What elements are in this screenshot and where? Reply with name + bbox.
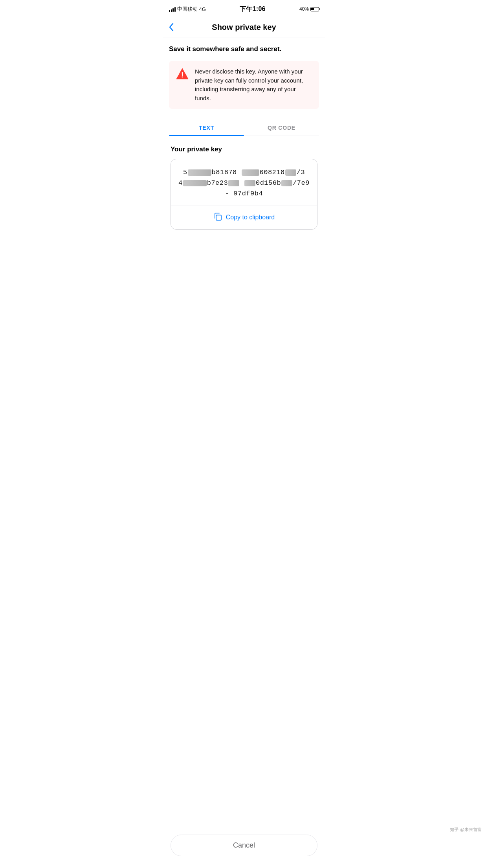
battery-percent: 40% [299,6,309,12]
redacted-block [183,180,207,186]
redacted-block [228,180,239,186]
signal-icon [169,6,176,12]
key-char: 608218 [260,169,285,176]
copy-row[interactable]: Copy to clipboard [177,206,311,229]
key-char: b81878 [212,169,237,176]
copy-text: Copy to clipboard [226,214,275,221]
key-char: b7e23 [207,179,228,187]
svg-rect-1 [216,215,221,220]
tabs-container: TEXT QR CODE [169,120,319,136]
private-key-section: Your private key 5b81878 608218/3 4b7e23… [169,145,319,230]
status-bar: 中国移动 4G 下午1:06 40% [163,0,325,17]
save-message: Save it somewhere safe and secret. [169,45,319,53]
main-content: Save it somewhere safe and secret. ! Nev… [163,37,325,230]
warning-icon: ! [175,67,189,81]
tab-qrcode[interactable]: QR CODE [244,120,319,136]
redacted-block [285,169,296,176]
back-button[interactable] [169,21,177,33]
time-label: 下午1:06 [240,5,266,13]
status-right: 40% [299,6,319,12]
warning-text: Never disclose this key. Anyone with you… [195,67,313,103]
key-char: /3 [297,169,305,176]
battery-icon [310,7,319,11]
redacted-block [242,169,259,176]
key-char: - [225,190,229,197]
redacted-block [244,180,255,186]
tab-text[interactable]: TEXT [169,120,244,136]
redacted-block [281,180,292,186]
key-char: 5 [183,169,187,176]
svg-text:!: ! [181,71,183,79]
copy-icon [213,212,222,223]
key-char: 97df9b4 [233,190,263,197]
status-left: 中国移动 4G [169,6,206,13]
redacted-block [188,169,211,176]
carrier-label: 中国移动 [177,6,198,13]
key-char: 4 [178,179,183,187]
key-char: /7e9 [293,179,310,187]
key-card: 5b81878 608218/3 4b7e23 0d156b/7e9 - 97d… [171,159,317,230]
private-key-label: Your private key [171,145,317,153]
warning-box: ! Never disclose this key. Anyone with y… [169,61,319,109]
page-title: Show private key [212,23,276,32]
network-label: 4G [199,6,206,12]
key-text-display: 5b81878 608218/3 4b7e23 0d156b/7e9 - 97d… [177,167,311,199]
key-char: 0d156b [256,179,281,187]
nav-header: Show private key [163,17,325,37]
